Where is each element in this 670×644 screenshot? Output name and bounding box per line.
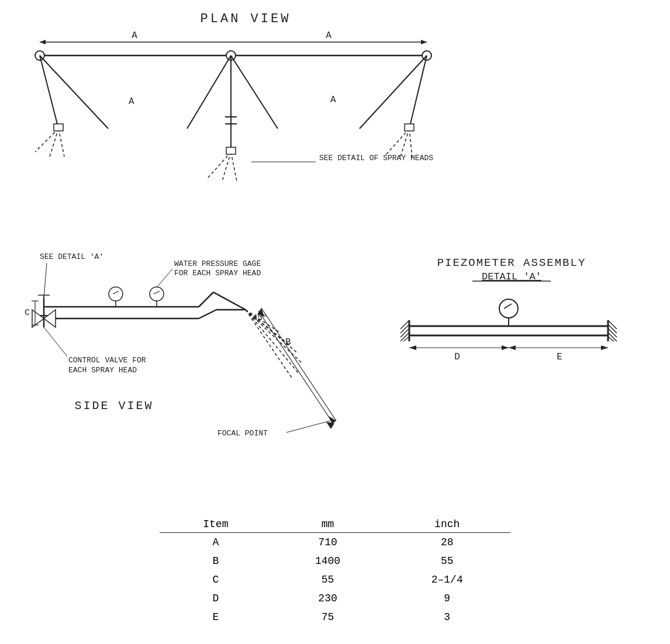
- label-a-top-left: A: [132, 30, 137, 41]
- table-cell-item: B: [160, 552, 272, 570]
- table-cell-inch: 55: [384, 552, 510, 570]
- col-header-item: Item: [160, 516, 272, 533]
- svg-line-9: [40, 56, 108, 129]
- svg-line-17: [360, 56, 427, 129]
- svg-line-10: [187, 56, 231, 129]
- each-spray-head-label: EACH SPRAY HEAD: [68, 366, 137, 375]
- svg-marker-36: [44, 310, 56, 327]
- table-row: A71028: [160, 533, 510, 552]
- table-cell-item: C: [160, 570, 272, 589]
- svg-line-64: [44, 327, 67, 356]
- svg-point-46: [150, 287, 164, 301]
- svg-line-78: [608, 324, 617, 333]
- svg-line-66: [157, 269, 172, 288]
- svg-marker-89: [509, 345, 516, 350]
- svg-line-27: [386, 129, 409, 155]
- label-a-diag-right: A: [330, 95, 336, 105]
- svg-line-22: [208, 152, 231, 178]
- side-view-label: SIDE VIEW: [74, 399, 153, 413]
- svg-line-79: [608, 328, 617, 337]
- svg-line-72: [400, 324, 409, 333]
- water-pressure-label2: FOR EACH SPRAY HEAD: [174, 269, 261, 278]
- svg-line-49: [199, 310, 216, 318]
- table-cell-item: A: [160, 533, 272, 552]
- table-row: D2309: [160, 589, 510, 608]
- label-a-diag-left: A: [129, 96, 134, 107]
- svg-marker-87: [502, 345, 509, 350]
- svg-marker-86: [409, 345, 416, 350]
- svg-line-73: [400, 328, 409, 337]
- svg-rect-21: [54, 124, 63, 131]
- dim-e-label: E: [557, 352, 562, 362]
- svg-line-16: [409, 56, 427, 129]
- table-cell-item: E: [160, 608, 272, 626]
- svg-line-71: [400, 320, 409, 329]
- svg-line-58: [261, 308, 336, 421]
- table-cell-inch: 28: [384, 533, 510, 552]
- see-detail-a-label: SEE DETAIL 'A': [40, 252, 103, 261]
- table-row: E753: [160, 608, 510, 626]
- piezometer-subtitle: DETAIL 'A': [482, 271, 541, 282]
- svg-rect-30: [405, 124, 414, 131]
- col-header-mm: mm: [272, 516, 384, 533]
- svg-line-24: [231, 152, 237, 181]
- table-row: B140055: [160, 552, 510, 570]
- svg-rect-25: [226, 147, 236, 154]
- plan-view-title: PLAN VIEW: [201, 12, 291, 26]
- label-a-top-right: A: [326, 30, 331, 41]
- table-cell-mm: 1400: [272, 552, 384, 570]
- svg-line-48: [199, 292, 213, 307]
- table-cell-mm: 55: [272, 570, 384, 589]
- dim-b-label: B: [285, 337, 291, 348]
- svg-line-8: [40, 56, 58, 129]
- table-cell-inch: 2–1/4: [384, 570, 510, 589]
- svg-line-62: [286, 421, 330, 432]
- see-detail-spray-heads: SEE DETAIL OF SPRAY HEADS: [319, 154, 433, 162]
- table-row: C552–1/4: [160, 570, 510, 589]
- svg-line-77: [608, 320, 617, 329]
- table-cell-mm: 710: [272, 533, 384, 552]
- svg-marker-63: [326, 422, 334, 429]
- page: PLAN VIEW A A: [0, 0, 670, 644]
- svg-marker-90: [601, 345, 608, 350]
- table-cell-item: D: [160, 589, 272, 608]
- table-cell-inch: 9: [384, 589, 510, 608]
- table-cell-mm: 230: [272, 589, 384, 608]
- svg-line-20: [58, 129, 64, 157]
- svg-marker-3: [421, 40, 427, 44]
- svg-line-28: [400, 129, 409, 157]
- control-valve-label: CONTROL VALVE FOR: [68, 356, 146, 365]
- dimensions-table: Item mm inch A71028B140055C552–1/4D2309E…: [160, 516, 510, 626]
- col-header-inch: inch: [384, 516, 510, 533]
- water-pressure-label1: WATER PRESSURE GAGE: [174, 259, 261, 268]
- svg-marker-2: [40, 40, 46, 44]
- svg-point-43: [109, 287, 123, 301]
- focal-point-label: FOCAL POINT: [217, 429, 268, 438]
- svg-line-59: [258, 311, 333, 424]
- svg-line-15: [231, 56, 278, 129]
- svg-line-65: [44, 263, 47, 298]
- dim-d-label: D: [454, 352, 460, 362]
- table-cell-mm: 75: [272, 608, 384, 626]
- svg-point-83: [499, 299, 518, 318]
- data-table-section: Item mm inch A71028B140055C552–1/4D2309E…: [160, 516, 510, 626]
- table-cell-inch: 3: [384, 608, 510, 626]
- dim-c-label: C: [25, 308, 30, 318]
- piezometer-title: PIEZOMETER ASSEMBLY: [437, 257, 586, 269]
- svg-line-50: [213, 292, 246, 310]
